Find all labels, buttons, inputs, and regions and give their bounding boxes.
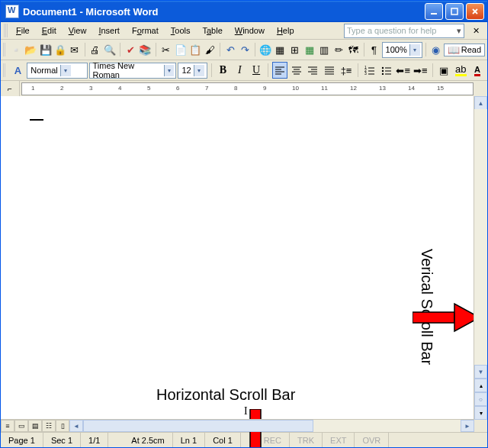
align-right-button[interactable] — [306, 62, 321, 79]
hyperlink-button[interactable]: 🌐 — [258, 41, 272, 58]
new-document-button[interactable]: ▫️ — [9, 41, 23, 58]
document-area: Horizontal Scroll Bar Verical Scroll Bar… — [1, 96, 487, 432]
copy-button[interactable]: 📄 — [174, 41, 188, 58]
menu-format[interactable]: Format — [126, 24, 165, 37]
app-icon — [5, 5, 19, 18]
scroll-down-button[interactable]: ▼ — [474, 365, 487, 379]
hscroll-thumb[interactable] — [83, 420, 313, 432]
save-button[interactable]: 💾 — [38, 41, 52, 58]
justify-button[interactable] — [322, 62, 337, 79]
style-combo[interactable]: Normal▾ — [27, 63, 87, 79]
bullets-button[interactable] — [379, 62, 394, 79]
menu-tools[interactable]: Tools — [165, 24, 197, 37]
menu-insert[interactable]: Insert — [92, 24, 126, 37]
menu-window[interactable]: Window — [229, 24, 271, 37]
styles-pane-button[interactable]: A — [10, 62, 25, 79]
text-cursor — [30, 119, 43, 121]
maximize-button[interactable] — [445, 3, 464, 20]
svg-point-6 — [381, 70, 383, 72]
status-trk[interactable]: TRK — [290, 433, 323, 448]
tab-selector[interactable]: ⌐ — [1, 81, 20, 96]
prev-page-button[interactable]: ▴ — [474, 379, 487, 392]
status-page[interactable]: Page 1 — [1, 433, 43, 448]
standard-toolbar: ▫️ 📂 💾 🔒 ✉ 🖨 🔍 ✔ 📚 ✂ 📄 📋 🖌 ↶ ↷ 🌐 ▦ ⊞ ▦ ▥… — [1, 40, 487, 60]
i-beam-cursor-icon: I — [244, 405, 248, 417]
paste-button[interactable]: 📋 — [188, 41, 202, 58]
print-preview-button[interactable]: 🔍 — [103, 41, 117, 58]
close-button[interactable] — [466, 3, 484, 20]
menu-help[interactable]: Help — [271, 24, 300, 37]
doc-map-button[interactable]: 🗺 — [346, 41, 360, 58]
numbering-button[interactable]: 123 — [362, 62, 377, 79]
borders-button[interactable]: ▣ — [437, 62, 452, 79]
status-at[interactable]: At 2.5cm — [124, 433, 172, 448]
email-button[interactable]: ✉ — [68, 41, 82, 58]
horizontal-ruler[interactable]: 123456789101112131415 — [21, 82, 474, 95]
scroll-left-button[interactable]: ◄ — [69, 420, 83, 432]
menu-view[interactable]: View — [63, 24, 93, 37]
status-ext[interactable]: EXT — [323, 433, 355, 448]
line-spacing-button[interactable]: ‡≡ — [339, 62, 354, 79]
redo-button[interactable]: ↷ — [238, 41, 252, 58]
hscroll-track[interactable] — [83, 420, 461, 432]
status-section[interactable]: Sec 1 — [43, 433, 81, 448]
show-hide-button[interactable]: ¶ — [367, 41, 380, 58]
excel-button[interactable]: ▦ — [303, 41, 316, 58]
decrease-indent-button[interactable]: ⬅≡ — [395, 62, 411, 79]
cut-button[interactable]: ✂ — [159, 41, 172, 58]
outline-view-button[interactable]: ☷ — [42, 420, 56, 432]
font-combo[interactable]: Times New Roman▾ — [89, 63, 177, 79]
minimize-button[interactable] — [425, 3, 443, 20]
align-center-button[interactable] — [289, 62, 304, 79]
increase-indent-button[interactable]: ➡≡ — [413, 62, 429, 79]
horizontal-scrollbar[interactable]: ≡ ▭ ▤ ☷ ▯ ◄ ► — [1, 419, 474, 432]
scroll-right-button[interactable]: ► — [461, 420, 474, 432]
read-button[interactable]: 📖Read — [444, 44, 485, 56]
tables-button[interactable]: ▦ — [273, 41, 287, 58]
menu-table[interactable]: Table — [196, 24, 228, 37]
vertical-scrollbar[interactable]: ▲ ▼ ▴ ○ ▾ — [474, 96, 487, 420]
scroll-up-button[interactable]: ▲ — [474, 96, 487, 110]
drawing-button[interactable]: ✏ — [332, 41, 345, 58]
permission-button[interactable]: 🔒 — [53, 41, 67, 58]
web-view-button[interactable]: ▭ — [14, 420, 28, 432]
font-color-button[interactable]: A — [470, 62, 485, 79]
menu-file[interactable]: File — [10, 24, 36, 37]
grip-icon[interactable] — [3, 63, 6, 77]
close-doc-button[interactable]: ✕ — [467, 22, 484, 39]
format-painter-button[interactable]: 🖌 — [203, 41, 217, 58]
help-search-input[interactable]: Type a question for help▾ — [344, 24, 464, 38]
italic-button[interactable]: I — [232, 62, 247, 79]
highlight-button[interactable]: ab — [453, 62, 468, 79]
open-button[interactable]: 📂 — [24, 41, 37, 58]
status-pages[interactable]: 1/1 — [81, 433, 108, 448]
font-size-combo[interactable]: 12▾ — [178, 63, 207, 79]
next-page-button[interactable]: ▾ — [474, 406, 487, 420]
columns-button[interactable]: ▥ — [317, 41, 331, 58]
vscroll-track[interactable] — [474, 109, 487, 368]
zoom-combo[interactable]: 100%▾ — [382, 42, 422, 58]
bold-button[interactable]: B — [216, 62, 231, 79]
align-left-button[interactable] — [272, 62, 287, 79]
reading-view-button[interactable]: ▯ — [56, 420, 69, 432]
svg-rect-0 — [431, 13, 437, 15]
status-col[interactable]: Col 1 — [205, 433, 241, 448]
normal-view-button[interactable]: ≡ — [1, 420, 14, 432]
status-ovr[interactable]: OVR — [355, 433, 389, 448]
underline-button[interactable]: U — [249, 62, 264, 79]
svg-rect-10 — [413, 312, 454, 323]
svg-rect-1 — [451, 8, 458, 15]
print-button[interactable]: 🖨 — [88, 41, 102, 58]
insert-table-button[interactable]: ⊞ — [288, 41, 302, 58]
help-button[interactable]: ◉ — [429, 41, 443, 58]
document-page[interactable]: Horizontal Scroll Bar Verical Scroll Bar… — [19, 96, 474, 420]
undo-button[interactable]: ↶ — [223, 41, 237, 58]
select-browse-button[interactable]: ○ — [474, 392, 487, 406]
menu-edit[interactable]: Edit — [36, 24, 63, 37]
spelling-button[interactable]: ✔ — [124, 41, 137, 58]
grip-icon[interactable] — [3, 43, 6, 56]
status-line[interactable]: Ln 1 — [173, 433, 205, 448]
grip-icon[interactable] — [4, 24, 8, 37]
research-button[interactable]: 📚 — [138, 41, 152, 58]
print-view-button[interactable]: ▤ — [28, 420, 42, 432]
